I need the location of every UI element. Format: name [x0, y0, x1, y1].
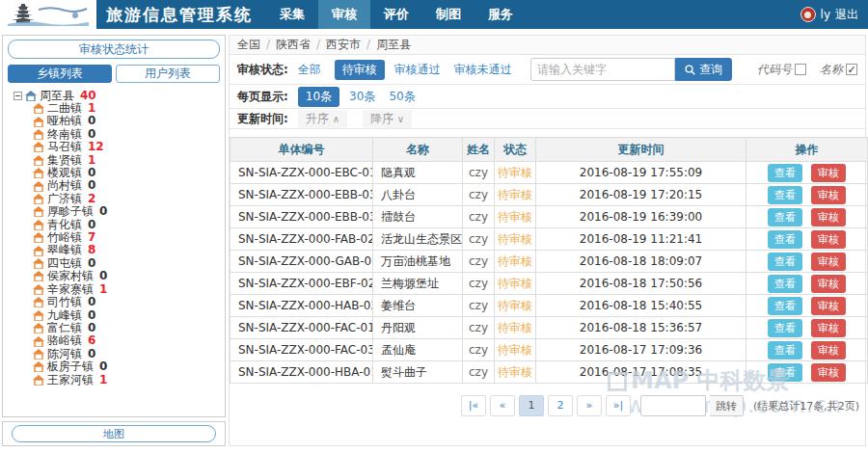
nav-tab[interactable]: 采集	[266, 0, 318, 29]
search-field-option[interactable]: 代码号 ✓	[757, 62, 806, 78]
town-item[interactable]: 马召镇 12	[14, 141, 220, 153]
town-item[interactable]: 辛家寨镇 1	[14, 283, 220, 296]
audit-button[interactable]: 审核	[811, 319, 846, 337]
pagesize-option[interactable]: 10条	[298, 87, 339, 107]
town-item[interactable]: 富仁镇 0	[14, 322, 220, 334]
town-name: 集贤镇	[47, 154, 82, 167]
pagesize-option[interactable]: 50条	[389, 89, 415, 105]
town-home-icon	[33, 310, 44, 321]
page-number-button[interactable]: 2	[548, 395, 573, 416]
town-item[interactable]: 楼观镇 0	[14, 167, 220, 179]
view-button[interactable]: 查看	[768, 186, 802, 204]
cell-person: czy	[463, 317, 495, 339]
status-option[interactable]: 全部	[298, 62, 321, 78]
table-row: SN-SIA-ZZX-000-FAB-02 活龙山生态景区 czy 待审核 20…	[231, 228, 868, 251]
checkbox[interactable]: ✓	[846, 64, 857, 75]
town-item[interactable]: 翠峰镇 8	[14, 244, 220, 256]
nav-tab[interactable]: 制图	[422, 0, 475, 29]
cell-person: czy	[463, 295, 495, 317]
next-page-button[interactable]: »	[577, 395, 602, 416]
town-item[interactable]: 广济镇 2	[14, 193, 220, 205]
cell-actions: 查看 审核	[746, 273, 868, 295]
view-button[interactable]: 查看	[768, 230, 802, 249]
town-item[interactable]: 尚村镇 0	[14, 179, 220, 192]
town-item[interactable]: 竹峪镇 7	[14, 231, 220, 244]
status-option[interactable]: 待审核	[335, 60, 385, 80]
breadcrumb: 全国 陕西省 西安市 周至县	[230, 36, 865, 55]
pagesize-option[interactable]: 30条	[349, 89, 375, 105]
cell-time: 2016-08-18 17:50:56	[536, 273, 746, 295]
sort-ascending-button[interactable]: 升序 ∧	[298, 110, 347, 128]
audit-button[interactable]: 审核	[811, 275, 846, 293]
town-item[interactable]: 骆峪镇 6	[14, 334, 220, 347]
user-avatar-icon[interactable]	[800, 7, 816, 22]
town-item[interactable]: 哑柏镇 0	[14, 115, 220, 127]
town-item[interactable]: 王家河镇 1	[14, 374, 220, 386]
town-home-icon	[33, 142, 44, 152]
goto-page-button[interactable]: 跳转	[710, 395, 744, 416]
checkbox[interactable]: ✓	[795, 64, 806, 75]
town-item[interactable]: 厚畛子镇 0	[14, 205, 220, 218]
breadcrumb-item[interactable]: 西安市	[311, 37, 361, 53]
search-button[interactable]: 查询	[675, 58, 732, 81]
town-home-icon	[33, 155, 44, 166]
logout-button[interactable]: 退出	[835, 7, 858, 23]
breadcrumb-item[interactable]: 周至县	[361, 37, 411, 53]
cell-name: 擂鼓台	[373, 206, 463, 228]
main-content: 全国 陕西省 西安市 周至县 审核状态: 全部 待审核 审核通过 审核未通过	[229, 35, 866, 446]
first-page-button[interactable]: |«	[461, 395, 486, 416]
town-item[interactable]: 终南镇 0	[14, 128, 220, 141]
collapse-icon[interactable]	[14, 92, 22, 100]
status-option[interactable]: 审核未通过	[454, 62, 512, 78]
audit-button[interactable]: 审核	[811, 341, 846, 360]
town-item[interactable]: 侯家村镇 0	[14, 270, 220, 282]
audit-button[interactable]: 审核	[811, 186, 846, 204]
town-item[interactable]: 集贤镇 1	[14, 154, 220, 167]
cell-name: 隐真观	[373, 162, 463, 184]
town-home-icon	[33, 349, 44, 360]
sidebar-tab[interactable]: 乡镇列表	[8, 65, 112, 83]
audit-status-stats-button[interactable]: 审核状态统计	[8, 40, 220, 59]
search-field-option[interactable]: 名称 ✓	[820, 62, 857, 78]
town-item[interactable]: 二曲镇 1	[14, 102, 220, 115]
search-input[interactable]	[530, 58, 675, 81]
goto-page-input[interactable]	[640, 395, 706, 416]
sidebar-tab[interactable]: 用户列表	[116, 65, 220, 83]
map-button[interactable]: 地图	[12, 425, 216, 442]
prev-page-button[interactable]: «	[490, 395, 515, 416]
last-page-button[interactable]: »|	[606, 395, 631, 416]
audit-button[interactable]: 审核	[811, 297, 846, 315]
audit-button[interactable]: 审核	[811, 363, 846, 382]
audit-button[interactable]: 审核	[811, 208, 846, 226]
town-item[interactable]: 九峰镇 0	[14, 309, 220, 322]
view-button[interactable]: 查看	[768, 208, 802, 226]
breadcrumb-item[interactable]: 全国	[237, 37, 260, 53]
town-item[interactable]: 板房子镇 0	[14, 360, 220, 373]
nav-tab[interactable]: 服务	[475, 0, 527, 29]
view-button[interactable]: 查看	[768, 164, 802, 182]
breadcrumb-item[interactable]: 陕西省	[260, 37, 311, 53]
app-logo	[0, 0, 96, 29]
view-button[interactable]: 查看	[768, 297, 802, 315]
view-button[interactable]: 查看	[768, 319, 802, 337]
view-button[interactable]: 查看	[768, 341, 802, 360]
view-button[interactable]: 查看	[768, 363, 802, 382]
view-button[interactable]: 查看	[768, 253, 802, 271]
town-item[interactable]: 青化镇 0	[14, 219, 220, 231]
town-item[interactable]: 陈河镇 0	[14, 348, 220, 360]
town-name: 青化镇	[47, 219, 82, 231]
audit-button[interactable]: 审核	[811, 253, 846, 271]
audit-button[interactable]: 审核	[811, 230, 846, 249]
status-option[interactable]: 审核通过	[394, 62, 441, 78]
view-button[interactable]: 查看	[768, 275, 802, 293]
nav-tab[interactable]: 审核	[318, 0, 370, 29]
tree-root-county[interactable]: 周至县 40	[14, 89, 220, 102]
town-item[interactable]: 四屯镇 0	[14, 257, 220, 270]
sort-descending-button[interactable]: 降序 ∨	[363, 110, 412, 128]
nav-tab[interactable]: 评价	[370, 0, 422, 29]
audit-button[interactable]: 审核	[811, 164, 846, 182]
cell-time: 2016-08-18 15:36:57	[536, 317, 746, 339]
town-item[interactable]: 司竹镇 0	[14, 296, 220, 308]
page-number-button[interactable]: 1	[519, 395, 544, 416]
town-name: 陈河镇	[47, 348, 82, 360]
